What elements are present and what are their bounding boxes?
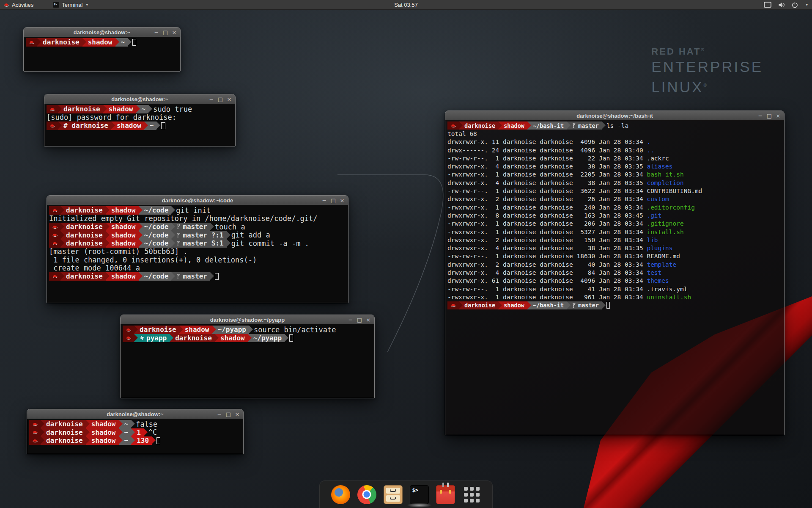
prompt-segment-user: darknoise <box>41 428 86 437</box>
screwdriver-icon <box>447 483 449 487</box>
latch <box>440 490 442 494</box>
ls-filename: .ackrc <box>647 155 669 162</box>
clock[interactable]: Sat 03:57 <box>394 2 418 8</box>
window-title: darknoise@shadow:~ <box>74 29 130 36</box>
terminal-content[interactable]: darknoiseshadow~/bash-itmasterls -latota… <box>445 120 784 435</box>
ls-meta: drwx------. 24 darknoise darknoise 4096 … <box>447 147 647 154</box>
ls-filename: bash_it.sh <box>647 171 683 178</box>
terminal-line: [master (root-commit) 50bcb63] . <box>49 248 348 256</box>
terminal-icon[interactable]: $> <box>410 485 429 504</box>
ls-meta: drwxrwxr-x. 2 darknoise darknoise 40 Jan… <box>447 261 647 268</box>
redhat-prompt-icon <box>49 231 60 240</box>
minimize-button[interactable]: − <box>347 316 354 323</box>
window-titlebar[interactable]: darknoise@shadow:~/bash-it − □ × <box>445 111 784 121</box>
terminal-line: drwxrwxr-x. 4 darknoise darknoise 84 Jan… <box>447 268 784 276</box>
ls-meta: -rw-rw-r--. 1 darknoise darknoise 3622 J… <box>447 188 647 194</box>
maximize-button[interactable]: □ <box>225 410 232 418</box>
close-button[interactable]: × <box>170 28 178 36</box>
terminal-window-code: darknoise@shadow:~/code − □ × darknoises… <box>47 195 348 303</box>
firefox-icon[interactable] <box>331 485 350 504</box>
terminal-content[interactable]: darknoiseshadow~ <box>24 37 180 71</box>
minimize-button[interactable]: − <box>208 95 215 103</box>
terminal-line: -rw-rw-r--. 1 darknoise darknoise 18630 … <box>447 252 784 260</box>
close-button[interactable]: × <box>233 410 241 418</box>
terminal-window-bash-it: darknoise@shadow:~/bash-it − □ × darknoi… <box>445 110 785 435</box>
prompt-segment-host: shadow <box>86 420 119 428</box>
terminal-cursor <box>215 273 219 280</box>
terminal-line: darknoiseshadow~ <box>26 38 180 47</box>
prompt-segment-path: ~/pyapp <box>248 334 285 342</box>
terminal-line: darknoiseshadow~false <box>29 420 243 428</box>
system-status-area[interactable]: ▾ <box>764 0 812 9</box>
prompt-segment-path: ~/bash-it <box>527 301 567 309</box>
prompt-segment-git: master <box>567 301 602 309</box>
output-text: [sudo] password for darknoise: <box>47 113 176 121</box>
minimize-button[interactable]: − <box>153 28 160 36</box>
dock: $> <box>319 480 493 508</box>
ls-meta: drwxrwxr-x. 4 darknoise darknoise 84 Jan… <box>447 269 647 276</box>
prompt-segment-user: darknoise <box>41 420 86 428</box>
ls-meta: drwxrwxr-x. 11 darknoise darknoise 4096 … <box>447 138 647 145</box>
ls-filename: . <box>647 138 650 145</box>
window-titlebar[interactable]: darknoise@shadow:~ − □ × <box>27 409 243 419</box>
files-icon[interactable] <box>384 485 403 504</box>
ls-meta: drwxrwxr-x. 4 darknoise darknoise 38 Jan… <box>447 245 647 251</box>
chevron-down-icon: ▾ <box>806 3 808 7</box>
window-titlebar[interactable]: darknoise@shadow:~/code − □ × <box>47 196 348 205</box>
redhat-prompt-icon <box>447 121 459 130</box>
ls-filename: aliases <box>647 163 672 170</box>
ls-filename: template <box>647 261 676 268</box>
registered-mark: ® <box>701 47 705 52</box>
terminal-content[interactable]: darknoiseshadow~falsedarknoiseshadow~1^C… <box>27 419 243 454</box>
prompt-segment-host: shadow <box>103 105 136 113</box>
window-titlebar[interactable]: darknoise@shadow:~ − □ × <box>44 94 235 104</box>
latch <box>449 490 451 494</box>
app-menu-terminal[interactable]: $> Terminal ▾ <box>49 0 91 9</box>
command-text: git add a <box>231 231 270 239</box>
close-button[interactable]: × <box>365 316 372 323</box>
maximize-button[interactable]: □ <box>217 95 224 103</box>
maximize-button[interactable]: □ <box>329 196 337 204</box>
window-titlebar[interactable]: darknoise@shadow:~/pyapp − □ × <box>121 315 374 325</box>
terminal-line: drwxrwxr-x. 61 darknoise darknoise 4096 … <box>447 277 784 285</box>
close-button[interactable]: × <box>774 112 782 119</box>
prompt-segment-user: darknoise <box>58 105 103 113</box>
maximize-button[interactable]: □ <box>765 112 773 119</box>
ls-meta: -rwxrwxr-x. 1 darknoise darknoise 5327 J… <box>447 229 647 235</box>
chrome-icon[interactable] <box>357 485 376 504</box>
window-controls: − □ × <box>208 94 233 104</box>
window-titlebar[interactable]: darknoise@shadow:~ − □ × <box>24 28 180 37</box>
maximize-button[interactable]: □ <box>356 316 363 323</box>
terminal-content[interactable]: darknoiseshadow~/pyappsource bin/activat… <box>121 324 374 398</box>
command-text: ^C <box>148 428 157 436</box>
show-applications-icon[interactable] <box>462 485 481 504</box>
minimize-button[interactable]: − <box>757 112 764 119</box>
toolbox-icon[interactable] <box>436 485 455 504</box>
terminal-line: darknoiseshadow~/codemaster ?:1git add a <box>49 231 348 240</box>
terminal-content[interactable]: darknoiseshadow~/codegit initInitialized… <box>47 205 348 303</box>
close-button[interactable]: × <box>225 95 233 103</box>
prompt-segment-host: shadow <box>86 436 119 445</box>
window-controls: − □ × <box>757 111 782 120</box>
terminal-line: total 68 <box>447 130 784 138</box>
redhat-prompt-icon <box>29 420 41 428</box>
minimize-button[interactable]: − <box>321 196 328 204</box>
minimize-button[interactable]: − <box>216 410 223 418</box>
ls-filename: .travis.yml <box>647 286 687 293</box>
window-controls: − □ × <box>347 315 372 324</box>
window-controls: − □ × <box>321 196 346 205</box>
terminal-line: drwx------. 24 darknoise darknoise 4096 … <box>447 146 784 154</box>
ls-meta: -rwxrwxr-x. 1 darknoise darknoise 961 Ja… <box>447 294 647 301</box>
redhat-prompt-icon <box>123 326 134 334</box>
activities-button[interactable]: Activities <box>0 0 37 9</box>
maximize-button[interactable]: □ <box>162 28 169 36</box>
output-text: [master (root-commit) 50bcb63] . <box>49 247 188 256</box>
power-icon <box>792 2 798 8</box>
terminal-line: -rw-rw-r--. 1 darknoise darknoise 22 Jan… <box>447 154 784 162</box>
terminal-line: darknoiseshadow~/bash-itmasterls -la <box>447 121 784 130</box>
terminal-line: drwxrwxr-x. 11 darknoise darknoise 4096 … <box>447 138 784 146</box>
close-button[interactable]: × <box>338 196 346 204</box>
wrench-icon <box>442 483 444 487</box>
output-text: create mode 100644 a <box>49 264 140 272</box>
terminal-content[interactable]: darknoiseshadow~sudo true[sudo] password… <box>44 104 235 146</box>
